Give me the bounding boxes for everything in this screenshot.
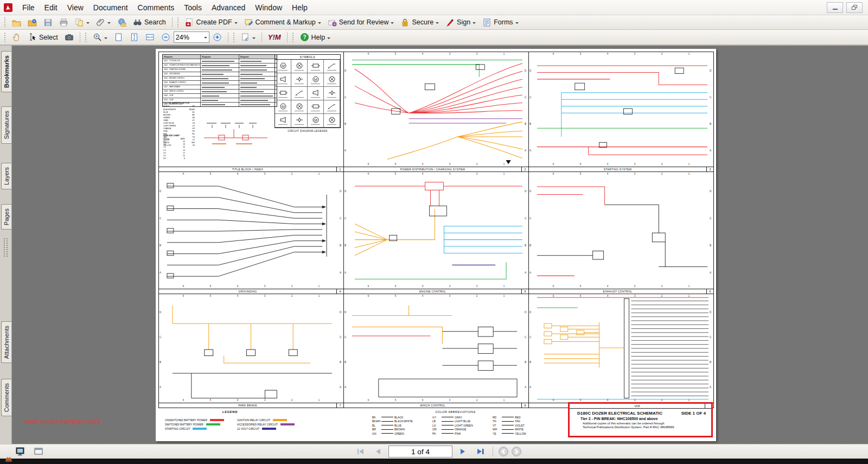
send-for-review-label: Send for Review: [339, 18, 389, 26]
last-page-button[interactable]: [473, 446, 487, 457]
paperclip-icon: [96, 18, 105, 27]
grid-row-letters: DCBA: [159, 177, 163, 286]
restore-button[interactable]: [846, 2, 863, 13]
menu-help[interactable]: Help: [287, 1, 312, 14]
svg-text:?: ?: [303, 34, 306, 40]
symbols-title: SYMBOLS: [275, 55, 340, 60]
page-indicator-field[interactable]: 1 of 4: [388, 446, 452, 457]
binoculars-icon: [133, 18, 142, 27]
print-button[interactable]: [56, 16, 72, 29]
caret-icon: [318, 22, 321, 26]
grid-ticks: 654321: [540, 163, 703, 166]
grid-ticks: 654321: [170, 399, 333, 402]
panel-number: 3: [706, 167, 713, 171]
document-area[interactable]: www.repair-manuals.com DiagramDiagramDia…: [12, 46, 868, 444]
save-icon: [43, 18, 53, 27]
fit-width-button[interactable]: [142, 31, 158, 43]
save-button[interactable]: [40, 16, 56, 29]
menu-tools[interactable]: Tools: [179, 1, 207, 14]
title-block-section: UCM D180C DOZER ELECTRICAL SCHEMATICSIDE…: [569, 408, 714, 438]
grid-ticks: 654321: [355, 163, 518, 166]
separator: [261, 32, 262, 43]
page-display-button[interactable]: [238, 31, 259, 43]
sidebar-tab-bookmarks[interactable]: Bookmarks: [1, 51, 11, 92]
toolbar-grip[interactable]: [4, 17, 7, 27]
help-button[interactable]: ?Help: [297, 31, 334, 43]
schematic-tier-line: Tier 2 - PIN BREAK: NHC108500 and above: [570, 416, 711, 421]
next-view-button[interactable]: [512, 447, 521, 456]
panel-number: 1: [336, 167, 343, 171]
schematic-title: D180C DOZER ELECTRICAL SCHEMATIC: [577, 411, 662, 416]
minimize-button[interactable]: [827, 2, 843, 13]
search-button[interactable]: Search: [130, 16, 169, 29]
panel-number: 8: [521, 403, 528, 408]
send-for-review-button[interactable]: Send for Review: [324, 16, 398, 29]
zoom-tool-button[interactable]: [90, 31, 111, 43]
window-layout-icon[interactable]: [34, 447, 43, 456]
fit-page-button[interactable]: [126, 31, 142, 43]
minimize-icon: [833, 9, 838, 10]
hand-tool-button[interactable]: [9, 31, 24, 43]
legend-item: UNSWITCHED BATTERY POWER: [165, 418, 224, 422]
select-tool-button[interactable]: Select: [24, 31, 61, 43]
comment-markup-button[interactable]: Comment & Markup: [241, 16, 324, 29]
grid-ticks: 654321: [540, 173, 703, 176]
menu-edit[interactable]: Edit: [40, 1, 62, 14]
legend-strip: LEGEND UNSWITCHED BATTERY POWERSWITCHED …: [158, 408, 714, 438]
reading-mode-icon[interactable]: [15, 447, 25, 456]
email-button[interactable]: [114, 16, 130, 29]
forms-button[interactable]: Forms: [479, 16, 521, 29]
menu-advanced[interactable]: Advanced: [207, 1, 250, 14]
sidebar-tab-attachments[interactable]: Attachments: [1, 321, 11, 363]
grid-ticks: 654321: [540, 285, 703, 288]
open-button[interactable]: [9, 16, 24, 29]
panel-number: 5: [521, 289, 528, 294]
toolbar-grip[interactable]: [233, 33, 235, 42]
organizer-button[interactable]: [24, 16, 40, 29]
snapshot-button[interactable]: [61, 31, 77, 43]
previous-page-button[interactable]: [371, 446, 385, 457]
first-page-button[interactable]: [354, 446, 368, 457]
toolbar-grip[interactable]: [177, 17, 180, 27]
highlight-red-box: UCM D180C DOZER ELECTRICAL SCHEMATICSIDE…: [568, 402, 713, 437]
combine-button[interactable]: [72, 16, 93, 29]
panel-resize-grip[interactable]: [4, 238, 8, 257]
zoom-level-field[interactable]: 24%: [174, 31, 209, 43]
zoom-in-button[interactable]: [209, 31, 225, 43]
toolbar-grip[interactable]: [292, 33, 295, 42]
separator: [80, 32, 80, 43]
menu-bar: FileEditViewDocumentCommentsToolsAdvance…: [0, 0, 868, 15]
help-icon: ?: [300, 33, 309, 42]
panel-title: GROUNDING: [159, 290, 336, 293]
zoom-out-button[interactable]: [158, 31, 174, 43]
yim-button[interactable]: Y!M: [265, 31, 284, 43]
ibeam-select-icon: [28, 33, 37, 42]
next-page-button[interactable]: [456, 446, 470, 457]
camera-icon: [65, 33, 74, 42]
taskbar-corner-icon[interactable]: [4, 456, 13, 464]
sign-button[interactable]: Sign: [442, 16, 479, 29]
sidebar-tab-comments[interactable]: Comments: [1, 379, 11, 416]
grid-row-letters: DCBA: [344, 58, 348, 164]
toolbar-grip[interactable]: [85, 33, 87, 42]
grid-ticks: 654321: [540, 53, 703, 56]
create-pdf-button[interactable]: Create PDF: [182, 16, 241, 29]
menu-window[interactable]: Window: [250, 1, 287, 14]
sidebar-tab-pages[interactable]: Pages: [1, 204, 11, 230]
secure-button[interactable]: Secure: [397, 16, 442, 29]
attach-button[interactable]: [93, 16, 114, 29]
previous-view-button[interactable]: [499, 447, 508, 456]
comment-markup-icon: [244, 18, 253, 27]
color-abbreviations-title: COLOR ABBREVIATIONS: [342, 410, 569, 414]
actual-size-button[interactable]: [111, 31, 126, 43]
pen-icon: [445, 18, 455, 27]
menu-comments[interactable]: Comments: [133, 1, 180, 14]
sidebar-tab-signatures[interactable]: Signatures: [1, 106, 11, 144]
toolbar-grip[interactable]: [4, 33, 7, 42]
grid-ticks: 654321: [355, 53, 518, 56]
menu-file[interactable]: File: [17, 1, 40, 14]
menu-view[interactable]: View: [62, 1, 88, 14]
sidebar-tab-layers[interactable]: Layers: [1, 163, 11, 189]
menu-document[interactable]: Document: [88, 1, 133, 14]
minus-circle-icon: [161, 33, 170, 42]
